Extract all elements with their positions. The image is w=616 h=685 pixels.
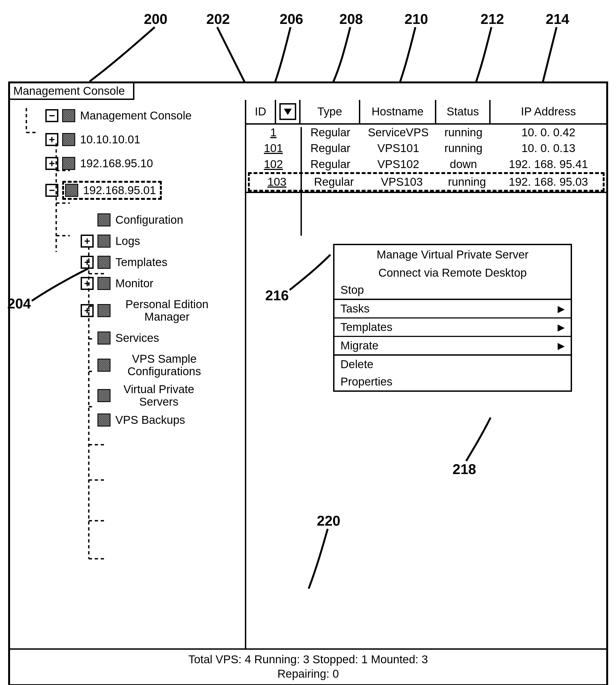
tree-backups[interactable]: VPS Backups (81, 414, 242, 426)
table-row[interactable]: 102 Regular VPS102 down 192. 168. 95.41 (246, 156, 606, 172)
callout-206: 206 (280, 11, 303, 27)
submenu-arrow-icon: ▶ (558, 340, 565, 351)
triangle-down-icon (283, 107, 293, 116)
callout-row: 200 202 206 208 210 212 214 (8, 11, 608, 82)
collapse-icon[interactable]: − (45, 109, 58, 122)
ctx-templates[interactable]: Templates ▶ (334, 317, 571, 336)
callout-220: 220 (317, 513, 340, 529)
col-sort[interactable] (276, 100, 301, 123)
folder-icon (62, 109, 75, 122)
callout-212: 212 (481, 11, 504, 27)
tree-root-label: Management Console (80, 109, 192, 122)
ctx-properties[interactable]: Properties (334, 373, 571, 391)
table-pane: ID Type Hostname Status IP Address 1 (246, 100, 606, 648)
node-icon (97, 235, 110, 248)
tree-root[interactable]: − Management Console (45, 109, 242, 122)
col-id[interactable]: ID (246, 100, 276, 123)
status-bar: Total VPS: 4 Running: 3 Stopped: 1 Mount… (10, 648, 606, 684)
server-icon (62, 133, 75, 146)
node-icon (97, 214, 110, 226)
tree-host-2-label: 192.168.95.10 (80, 157, 153, 170)
tree-pane: 204 (10, 100, 246, 648)
table-row[interactable]: 101 Regular VPS101 running 10. 0. 0.13 (246, 140, 606, 156)
node-icon (97, 304, 110, 317)
sort-button[interactable] (279, 103, 296, 120)
tree-host-2[interactable]: + 192.168.95.10 (45, 157, 242, 170)
window-title: Management Console (10, 83, 134, 100)
tree-logs[interactable]: + Logs (81, 235, 242, 248)
vps-table: ID Type Hostname Status IP Address 1 (246, 100, 606, 193)
context-menu: Manage Virtual Private Server Connect vi… (333, 244, 572, 392)
app-window: Management Console 204 (8, 82, 608, 685)
col-status[interactable]: Status (436, 100, 490, 123)
submenu-arrow-icon: ▶ (558, 303, 565, 314)
ctx-manage[interactable]: Manage Virtual Private Server (334, 245, 571, 263)
callout-218: 218 (453, 461, 476, 477)
callout-204: 204 (7, 295, 31, 312)
tree-vps[interactable]: Virtual Private Servers (81, 383, 242, 408)
tree-host-3-label: 192.168.95.01 (83, 184, 156, 197)
ctx-delete[interactable]: Delete (334, 356, 571, 373)
node-icon (97, 359, 110, 372)
callout-214: 214 (546, 11, 569, 27)
ctx-connect[interactable]: Connect via Remote Desktop (334, 263, 571, 281)
col-ip[interactable]: IP Address (490, 100, 606, 123)
column-divider (301, 127, 302, 236)
expand-icon[interactable]: + (45, 133, 58, 146)
tree-monitor[interactable]: + Monitor (81, 277, 242, 290)
tree-host-1[interactable]: + 10.10.10.01 (45, 133, 242, 146)
callout-202: 202 (206, 11, 230, 27)
callout-210: 210 (404, 11, 428, 27)
node-icon (97, 332, 110, 345)
expand-icon[interactable]: + (45, 157, 58, 170)
callout-216: 216 (265, 287, 289, 304)
tree-host-1-label: 10.10.10.01 (80, 133, 140, 146)
table-body: 1 Regular ServiceVPS running 10. 0. 0.42… (246, 125, 606, 192)
col-hostname[interactable]: Hostname (360, 100, 436, 123)
callout-200: 200 (144, 11, 168, 27)
status-line-1: Total VPS: 4 Running: 3 Stopped: 1 Mount… (12, 653, 604, 667)
ctx-stop[interactable]: Stop (334, 281, 571, 299)
tree-templates[interactable]: + Templates (81, 256, 242, 269)
node-icon (97, 389, 110, 402)
tree-sample-cfg[interactable]: VPS Sample Configurations (81, 353, 242, 378)
expand-icon[interactable]: + (81, 256, 94, 269)
collapse-icon[interactable]: − (45, 184, 58, 197)
server-icon (62, 157, 75, 170)
node-icon (97, 414, 110, 426)
tree-services[interactable]: Services (81, 332, 242, 345)
server-icon (65, 184, 78, 197)
expand-icon[interactable]: + (81, 235, 94, 248)
callout-208: 208 (339, 11, 363, 27)
tree-configuration[interactable]: Configuration (81, 214, 242, 226)
col-type[interactable]: Type (301, 100, 360, 123)
tree-host-3[interactable]: − 192.168.95.01 (45, 181, 242, 200)
svg-marker-16 (284, 109, 291, 115)
ctx-tasks[interactable]: Tasks ▶ (334, 300, 571, 317)
node-icon (97, 277, 110, 290)
tree-pe-manager[interactable]: + Personal Edition Manager (81, 298, 242, 323)
ctx-migrate[interactable]: Migrate ▶ (334, 336, 571, 354)
node-icon (97, 256, 110, 269)
table-header: ID Type Hostname Status IP Address (246, 100, 606, 125)
selected-host: 192.168.95.01 (62, 181, 162, 200)
status-line-2: Repairing: 0 (12, 667, 604, 681)
submenu-arrow-icon: ▶ (558, 322, 565, 333)
table-row[interactable]: 1 Regular ServiceVPS running 10. 0. 0.42 (246, 125, 606, 140)
